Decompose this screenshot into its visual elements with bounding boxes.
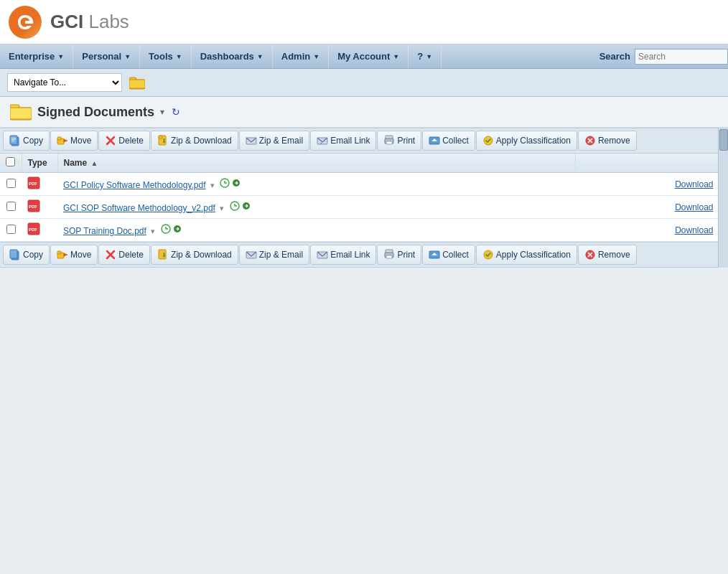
row1-share-icon: [231, 178, 241, 188]
col-header-download: [576, 154, 728, 173]
zip-email-button-bottom[interactable]: Zip & Email: [239, 245, 309, 265]
row2-dropdown-arrow[interactable]: ▾: [220, 204, 224, 212]
delete-button-bottom[interactable]: Delete: [98, 245, 150, 265]
row1-download-cell: Download: [576, 173, 728, 196]
title-area: Signed Documents ▾ ↻: [0, 97, 728, 128]
svg-marker-16: [64, 139, 67, 142]
email-link-icon-bottom: [317, 249, 328, 260]
logo-icon: [9, 6, 42, 39]
zip-download-button-bottom[interactable]: Zip & Download: [151, 245, 238, 265]
remove-button-top[interactable]: Remove: [578, 131, 637, 151]
remove-icon: [584, 135, 596, 146]
scrollbar-thumb: [719, 129, 728, 151]
svg-rect-11: [11, 138, 16, 138]
row1-name-cell: GCI Policy Software Methodology.pdf ▾: [57, 173, 576, 196]
row2-file-link[interactable]: GCI SOP Software Methodology_v2.pdf: [63, 203, 215, 213]
row1-checkbox[interactable]: [6, 179, 16, 188]
apply-classification-icon: [482, 135, 494, 146]
row3-download-link[interactable]: Download: [675, 225, 713, 235]
row3-share-icon: [172, 224, 182, 234]
title-dropdown-arrow[interactable]: ▾: [160, 107, 164, 117]
print-icon-bottom: [383, 249, 395, 260]
row1-dropdown-arrow[interactable]: ▾: [210, 181, 215, 189]
copy-button-bottom[interactable]: Copy: [3, 245, 50, 265]
row1-type-cell: PDF: [22, 173, 57, 196]
row2-download-cell: Download: [576, 196, 728, 219]
title-refresh-icon[interactable]: ↻: [172, 106, 180, 118]
nav-admin[interactable]: Admin▼: [273, 44, 329, 68]
zip-email-button-top[interactable]: Zip & Email: [239, 131, 309, 151]
move-icon-bottom: [57, 249, 68, 260]
search-input[interactable]: [635, 49, 728, 65]
row3-dropdown-arrow[interactable]: ▾: [151, 227, 155, 235]
bottom-action-toolbar: Copy Move Delete Zip & Download: [0, 242, 728, 268]
pdf-icon: PDF: [27, 177, 40, 189]
svg-rect-48: [10, 250, 17, 258]
copy-button-top[interactable]: Copy: [3, 131, 50, 151]
remove-button-bottom[interactable]: Remove: [578, 245, 637, 265]
col-header-name[interactable]: Name ▲: [57, 154, 576, 173]
nav-my-account-arrow: ▼: [393, 53, 399, 60]
table-row: PDF SOP Training Doc.pdf ▾: [0, 219, 728, 242]
move-button-top[interactable]: Move: [50, 131, 98, 151]
header: GCI Labs: [0, 0, 728, 44]
row2-share-icon: [241, 201, 251, 211]
sort-arrow-name: ▲: [91, 159, 98, 167]
svg-text:PDF: PDF: [29, 204, 37, 209]
delete-button-top[interactable]: Delete: [98, 131, 150, 151]
row3-checkbox[interactable]: [6, 225, 16, 234]
svg-rect-50: [57, 251, 61, 254]
apply-classification-button-bottom[interactable]: Apply Classification: [476, 245, 577, 265]
svg-rect-3: [129, 80, 145, 88]
app-logo-text: GCI Labs: [50, 11, 129, 33]
print-button-top[interactable]: Print: [377, 131, 421, 151]
svg-text:PDF: PDF: [29, 182, 37, 186]
email-link-button-top[interactable]: Email Link: [310, 131, 376, 151]
row3-download-cell: Download: [576, 219, 728, 242]
zip-email-icon-bottom: [246, 249, 257, 260]
nav-tools[interactable]: Tools▼: [140, 44, 192, 68]
row1-version-icon: [220, 178, 230, 188]
title-folder-icon: [10, 103, 32, 121]
svg-rect-15: [57, 137, 61, 140]
row2-checkbox[interactable]: [6, 202, 16, 211]
table-header-row: Type Name ▲: [0, 154, 728, 173]
row1-file-link[interactable]: GCI Policy Software Methodology.pdf: [63, 180, 206, 190]
nav-my-account[interactable]: My Account▼: [329, 44, 409, 68]
svg-rect-20: [159, 136, 162, 138]
collect-icon: [429, 135, 440, 146]
row1-download-link[interactable]: Download: [675, 179, 713, 189]
row3-file-link[interactable]: SOP Training Doc.pdf: [63, 226, 146, 236]
move-button-bottom[interactable]: Move: [50, 245, 98, 265]
main-content: Copy Move Delete Zip & Downlo: [0, 128, 728, 268]
apply-classification-button-top[interactable]: Apply Classification: [476, 131, 577, 151]
navigate-select[interactable]: Navigate To... Home Shared Documents Sig…: [7, 73, 122, 92]
email-link-button-bottom[interactable]: Email Link: [310, 245, 376, 265]
folder-icon: [129, 75, 145, 90]
row2-download-link[interactable]: Download: [675, 202, 713, 212]
navigate-folder-button[interactable]: [128, 73, 146, 92]
nav-dashboards[interactable]: Dashboards▼: [192, 44, 273, 68]
print-button-bottom[interactable]: Print: [377, 245, 421, 265]
col-header-checkbox: [0, 154, 22, 173]
collect-button-bottom[interactable]: Collect: [422, 245, 475, 265]
row2-inline-icons: [230, 201, 251, 211]
table-row: PDF GCI SOP Software Methodology_v2.pdf …: [0, 196, 728, 219]
nav-help[interactable]: ?▼: [409, 44, 442, 68]
row3-inline-icons: [161, 224, 182, 234]
zip-download-button-top[interactable]: Zip & Download: [151, 131, 238, 151]
row2-checkbox-cell: [0, 196, 22, 219]
select-all-checkbox[interactable]: [6, 157, 15, 166]
search-area: Search: [595, 44, 728, 68]
delete-icon: [105, 135, 116, 146]
nav-admin-arrow: ▼: [313, 53, 319, 60]
collect-button-top[interactable]: Collect: [422, 131, 475, 151]
zip-download-icon: [157, 135, 169, 146]
file-table: Type Name ▲ PDF: [0, 154, 728, 242]
scrollbar[interactable]: [718, 128, 728, 268]
nav-enterprise[interactable]: Enterprise▼: [0, 44, 73, 68]
nav-tools-arrow: ▼: [176, 53, 182, 60]
navigate-toolbar: Navigate To... Home Shared Documents Sig…: [0, 69, 728, 97]
nav-personal[interactable]: Personal▼: [73, 44, 140, 68]
remove-icon-bottom: [584, 249, 596, 260]
